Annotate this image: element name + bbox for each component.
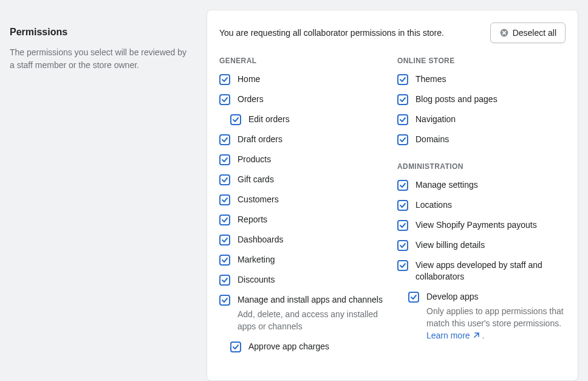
online-store-title: ONLINE STORE bbox=[397, 57, 566, 65]
perm-themes-label: Themes bbox=[415, 74, 446, 85]
perm-locations-label: Locations bbox=[415, 199, 452, 211]
perm-manage-apps[interactable]: Manage and install apps and channels Add… bbox=[219, 294, 388, 332]
perm-develop-apps-label: Develop apps bbox=[426, 291, 566, 303]
perm-products-label: Products bbox=[238, 154, 271, 165]
perm-view-billing[interactable]: View billing details bbox=[397, 239, 566, 251]
header-message: You are requesting all collaborator perm… bbox=[219, 28, 444, 38]
deselect-all-label: Deselect all bbox=[513, 28, 556, 38]
checkbox-checked-icon[interactable] bbox=[219, 94, 230, 105]
perm-manage-settings[interactable]: Manage settings bbox=[397, 179, 566, 191]
cancel-circle-icon bbox=[499, 28, 509, 38]
perm-discounts-label: Discounts bbox=[238, 274, 275, 286]
checkbox-checked-icon[interactable] bbox=[219, 295, 230, 306]
perm-marketing[interactable]: Marketing bbox=[219, 254, 388, 266]
general-section: GENERAL Home Orders Edit orders bbox=[219, 57, 388, 352]
perm-develop-apps[interactable]: Develop apps Only applies to app permiss… bbox=[408, 291, 566, 342]
perm-blog-label: Blog posts and pages bbox=[415, 94, 497, 105]
perm-edit-orders[interactable]: Edit orders bbox=[230, 114, 388, 125]
checkbox-checked-icon[interactable] bbox=[397, 200, 408, 211]
perm-manage-apps-label: Manage and install apps and channels bbox=[238, 294, 388, 306]
checkbox-checked-icon[interactable] bbox=[219, 174, 230, 185]
perm-orders-label: Orders bbox=[238, 94, 264, 105]
checkbox-checked-icon[interactable] bbox=[219, 255, 230, 266]
checkbox-checked-icon[interactable] bbox=[408, 292, 419, 303]
right-column: ONLINE STORE Themes Blog posts and pages… bbox=[397, 57, 566, 361]
perm-dashboards[interactable]: Dashboards bbox=[219, 234, 388, 245]
checkbox-checked-icon[interactable] bbox=[397, 240, 408, 251]
perm-customers[interactable]: Customers bbox=[219, 194, 388, 205]
perm-home[interactable]: Home bbox=[219, 74, 388, 85]
perm-marketing-label: Marketing bbox=[238, 254, 275, 266]
perm-home-label: Home bbox=[238, 74, 260, 85]
perm-navigation[interactable]: Navigation bbox=[397, 114, 566, 125]
perm-reports[interactable]: Reports bbox=[219, 214, 388, 225]
permissions-card: You are requesting all collaborator perm… bbox=[207, 10, 578, 381]
perm-products[interactable]: Products bbox=[219, 154, 388, 165]
administration-title: ADMINISTRATION bbox=[397, 162, 566, 171]
checkbox-checked-icon[interactable] bbox=[397, 134, 408, 145]
perm-customers-label: Customers bbox=[238, 194, 279, 205]
checkbox-checked-icon[interactable] bbox=[219, 134, 230, 145]
perm-dashboards-label: Dashboards bbox=[238, 234, 284, 245]
perm-edit-orders-label: Edit orders bbox=[248, 114, 290, 125]
perm-gift-cards-label: Gift cards bbox=[238, 174, 274, 185]
checkbox-checked-icon[interactable] bbox=[397, 260, 408, 271]
perm-approve-charges-label: Approve app charges bbox=[248, 341, 329, 352]
administration-section: ADMINISTRATION Manage settings Locations… bbox=[397, 162, 566, 342]
checkbox-checked-icon[interactable] bbox=[397, 180, 408, 191]
permissions-sidebar: Permissions The permissions you select w… bbox=[10, 10, 192, 381]
general-column: GENERAL Home Orders Edit orders bbox=[219, 57, 388, 361]
checkbox-checked-icon[interactable] bbox=[397, 220, 408, 231]
checkbox-checked-icon[interactable] bbox=[219, 74, 230, 85]
perm-manage-apps-desc: Add, delete, and access any installed ap… bbox=[238, 308, 388, 333]
perm-manage-settings-label: Manage settings bbox=[415, 179, 478, 191]
perm-orders[interactable]: Orders bbox=[219, 94, 388, 105]
checkbox-checked-icon[interactable] bbox=[397, 74, 408, 85]
external-link-icon bbox=[473, 332, 480, 339]
permissions-title: Permissions bbox=[10, 27, 192, 38]
perm-view-payouts[interactable]: View Shopify Payments payouts bbox=[397, 219, 566, 231]
perm-blog[interactable]: Blog posts and pages bbox=[397, 94, 566, 105]
develop-desc-period: . bbox=[480, 331, 485, 340]
checkbox-checked-icon[interactable] bbox=[219, 275, 230, 286]
perm-develop-apps-desc: Only applies to app permissions that mat… bbox=[426, 305, 566, 342]
perm-discounts[interactable]: Discounts bbox=[219, 274, 388, 286]
checkbox-checked-icon[interactable] bbox=[230, 114, 241, 125]
perm-navigation-label: Navigation bbox=[415, 114, 456, 125]
perm-draft-orders-label: Draft orders bbox=[238, 134, 282, 145]
develop-desc-text: Only applies to app permissions that mat… bbox=[426, 306, 564, 328]
perm-view-billing-label: View billing details bbox=[415, 239, 485, 251]
general-title: GENERAL bbox=[219, 57, 388, 65]
checkbox-checked-icon[interactable] bbox=[230, 342, 241, 352]
perm-domains-label: Domains bbox=[415, 134, 449, 145]
permissions-desc: The permissions you select will be revie… bbox=[10, 46, 192, 72]
perm-themes[interactable]: Themes bbox=[397, 74, 566, 85]
checkbox-checked-icon[interactable] bbox=[219, 215, 230, 225]
perm-approve-charges[interactable]: Approve app charges bbox=[230, 341, 388, 352]
perm-view-apps[interactable]: View apps developed by staff and collabo… bbox=[397, 259, 566, 283]
checkbox-checked-icon[interactable] bbox=[397, 94, 408, 105]
checkbox-checked-icon[interactable] bbox=[219, 154, 230, 165]
checkbox-checked-icon[interactable] bbox=[397, 114, 408, 125]
perm-draft-orders[interactable]: Draft orders bbox=[219, 134, 388, 145]
learn-more-link[interactable]: Learn more bbox=[426, 329, 480, 342]
perm-gift-cards[interactable]: Gift cards bbox=[219, 174, 388, 185]
perm-domains[interactable]: Domains bbox=[397, 134, 566, 145]
online-store-section: ONLINE STORE Themes Blog posts and pages… bbox=[397, 57, 566, 145]
learn-more-label: Learn more bbox=[426, 329, 470, 342]
perm-locations[interactable]: Locations bbox=[397, 199, 566, 211]
checkbox-checked-icon[interactable] bbox=[219, 235, 230, 245]
perm-view-payouts-label: View Shopify Payments payouts bbox=[415, 219, 537, 231]
perm-view-apps-label: View apps developed by staff and collabo… bbox=[415, 259, 566, 283]
deselect-all-button[interactable]: Deselect all bbox=[490, 22, 566, 43]
perm-reports-label: Reports bbox=[238, 214, 267, 225]
checkbox-checked-icon[interactable] bbox=[219, 194, 230, 205]
